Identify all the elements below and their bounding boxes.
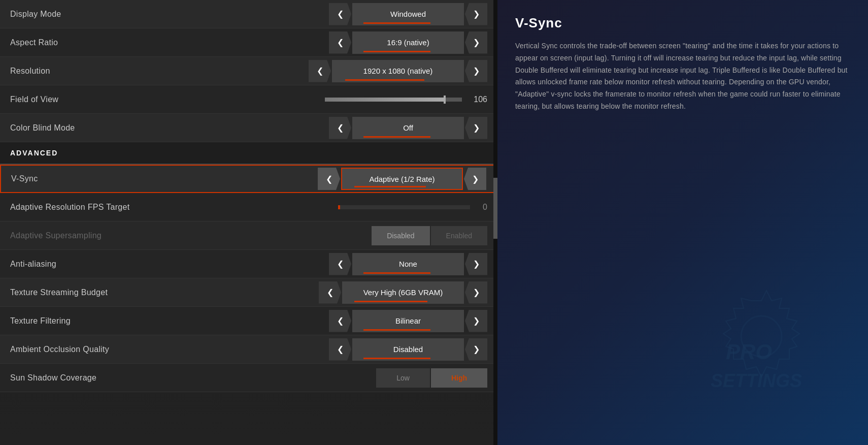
fov-value: 106 xyxy=(470,95,487,104)
left-arrow-icon: ❮ xyxy=(337,316,344,326)
adaptive-supersampling-row: Adaptive Supersampling Disabled Enabled xyxy=(0,221,497,250)
fov-slider-fill xyxy=(325,98,446,102)
color-blind-row: Color Blind Mode ❮ Off ❯ xyxy=(0,114,497,142)
vsync-next[interactable]: ❯ xyxy=(464,168,486,190)
left-arrow-icon: ❮ xyxy=(337,9,344,19)
fps-slider-track[interactable] xyxy=(338,205,470,209)
advanced-label: ADVANCED xyxy=(10,149,58,157)
settings-panel: Display Mode ❮ Windowed ❯ Aspect Ratio ❮… xyxy=(0,0,497,445)
texture-streaming-control: ❮ Very High (6GB VRAM) ❯ xyxy=(319,281,487,304)
supersampling-enabled-btn[interactable]: Enabled xyxy=(431,226,487,245)
left-arrow-icon: ❮ xyxy=(337,38,344,47)
display-mode-control: ❮ Windowed ❯ xyxy=(329,3,487,25)
texture-streaming-label: Texture Streaming Budget xyxy=(10,288,319,297)
vsync-label: V-Sync xyxy=(11,174,318,183)
texture-filtering-control: ❮ Bilinear ❯ xyxy=(329,310,487,332)
fov-slider-container: 106 xyxy=(325,95,487,104)
anti-aliasing-prev[interactable]: ❮ xyxy=(329,253,351,275)
right-arrow-icon: ❯ xyxy=(473,344,480,354)
display-mode-row: Display Mode ❮ Windowed ❯ xyxy=(0,0,497,28)
vsync-row: V-Sync ❮ Adaptive (1/2 Rate) ❯ xyxy=(0,165,497,193)
svg-point-0 xyxy=(741,316,782,357)
sun-shadow-control: Low High xyxy=(376,368,487,388)
color-blind-label: Color Blind Mode xyxy=(10,123,329,133)
scrollbar-track xyxy=(493,0,497,445)
texture-filtering-next[interactable]: ❯ xyxy=(465,310,487,332)
right-arrow-icon: ❯ xyxy=(473,66,480,76)
vsync-value: Adaptive (1/2 Rate) xyxy=(341,168,463,190)
resolution-value: 1920 x 1080 (native) xyxy=(332,60,464,82)
help-panel: V-Sync Vertical Sync controls the trade-… xyxy=(497,0,868,445)
aspect-ratio-label: Aspect Ratio xyxy=(10,38,329,47)
fps-slider-fill xyxy=(338,205,340,209)
sun-shadow-low-btn[interactable]: Low xyxy=(376,368,430,388)
ambient-occlusion-value: Disabled xyxy=(352,338,464,361)
display-mode-value: Windowed xyxy=(352,3,464,25)
anti-aliasing-value: None xyxy=(352,253,464,275)
right-arrow-icon: ❯ xyxy=(473,316,480,326)
vsync-prev[interactable]: ❮ xyxy=(318,168,340,190)
anti-aliasing-row: Anti-aliasing ❮ None ❯ xyxy=(0,250,497,278)
resolution-control: ❮ 1920 x 1080 (native) ❯ xyxy=(309,60,487,82)
left-arrow-icon: ❮ xyxy=(337,259,344,269)
scrollbar-thumb[interactable] xyxy=(493,178,497,239)
fov-row: Field of View 106 xyxy=(0,85,497,114)
fps-target-row: Adaptive Resolution FPS Target 0 xyxy=(0,193,497,221)
texture-filtering-prev[interactable]: ❮ xyxy=(329,310,351,332)
right-arrow-icon: ❯ xyxy=(473,123,480,133)
fps-target-value: 0 xyxy=(483,203,487,212)
resolution-prev[interactable]: ❮ xyxy=(309,60,331,82)
svg-text:PRO: PRO xyxy=(726,340,772,364)
left-arrow-icon: ❮ xyxy=(337,123,344,133)
texture-filtering-value: Bilinear xyxy=(352,310,464,332)
right-arrow-icon: ❯ xyxy=(473,38,480,47)
color-blind-value: Off xyxy=(352,117,464,139)
right-arrow-icon: ❯ xyxy=(473,259,480,269)
left-arrow-icon: ❮ xyxy=(327,288,333,297)
fps-target-control: 0 xyxy=(338,203,487,212)
aspect-ratio-row: Aspect Ratio ❮ 16:9 (native) ❯ xyxy=(0,28,497,57)
right-arrow-icon: ❯ xyxy=(472,174,479,184)
aspect-ratio-prev[interactable]: ❮ xyxy=(329,31,351,54)
texture-filtering-row: Texture Filtering ❮ Bilinear ❯ xyxy=(0,307,497,335)
texture-streaming-next[interactable]: ❯ xyxy=(465,281,487,304)
help-title: V-Sync xyxy=(515,15,850,31)
color-blind-control: ❮ Off ❯ xyxy=(329,117,487,139)
color-blind-next[interactable]: ❯ xyxy=(465,117,487,139)
ambient-occlusion-label: Ambient Occlusion Quality xyxy=(10,345,329,354)
ambient-occlusion-control: ❮ Disabled ❯ xyxy=(329,338,487,361)
sun-shadow-row: Sun Shadow Coverage Low High xyxy=(0,364,497,392)
texture-streaming-row: Texture Streaming Budget ❮ Very High (6G… xyxy=(0,278,497,307)
advanced-section-header: ADVANCED xyxy=(0,142,497,165)
resolution-next[interactable]: ❯ xyxy=(465,60,487,82)
right-arrow-icon: ❯ xyxy=(473,288,480,297)
adaptive-supersampling-label: Adaptive Supersampling xyxy=(10,231,372,240)
fov-slider-thumb xyxy=(444,96,446,104)
adaptive-supersampling-control: Disabled Enabled xyxy=(372,226,487,245)
texture-streaming-prev[interactable]: ❮ xyxy=(319,281,341,304)
display-mode-label: Display Mode xyxy=(10,10,329,19)
ambient-occlusion-next[interactable]: ❯ xyxy=(465,338,487,361)
anti-aliasing-label: Anti-aliasing xyxy=(10,260,329,269)
right-arrow-icon: ❯ xyxy=(473,9,480,19)
display-mode-next[interactable]: ❯ xyxy=(465,3,487,25)
fov-slider-track[interactable] xyxy=(325,98,462,102)
ambient-occlusion-row: Ambient Occlusion Quality ❮ Disabled ❯ xyxy=(0,335,497,364)
svg-text:SETTINGS: SETTINGS xyxy=(711,370,802,391)
resolution-label: Resolution xyxy=(10,67,309,76)
sun-shadow-high-btn[interactable]: High xyxy=(431,368,487,388)
texture-streaming-value: Very High (6GB VRAM) xyxy=(342,281,464,304)
pro-settings-logo: PRO SETTINGS xyxy=(665,270,858,435)
anti-aliasing-next[interactable]: ❯ xyxy=(465,253,487,275)
color-blind-prev[interactable]: ❮ xyxy=(329,117,351,139)
supersampling-disabled-btn[interactable]: Disabled xyxy=(372,226,429,245)
display-mode-prev[interactable]: ❮ xyxy=(329,3,351,25)
fov-label: Field of View xyxy=(10,95,325,104)
aspect-ratio-control: ❮ 16:9 (native) ❯ xyxy=(329,31,487,54)
left-arrow-icon: ❮ xyxy=(317,66,323,76)
vsync-control: ❮ Adaptive (1/2 Rate) ❯ xyxy=(318,168,486,190)
texture-filtering-label: Texture Filtering xyxy=(10,316,329,326)
aspect-ratio-next[interactable]: ❯ xyxy=(465,31,487,54)
anti-aliasing-control: ❮ None ❯ xyxy=(329,253,487,275)
ambient-occlusion-prev[interactable]: ❮ xyxy=(329,338,351,361)
